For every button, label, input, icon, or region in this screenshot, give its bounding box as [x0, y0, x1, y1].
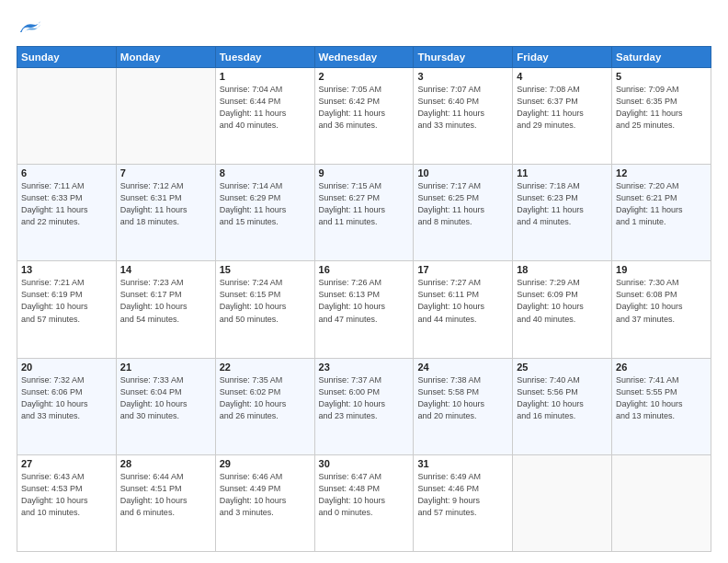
day-number: 19: [616, 264, 707, 275]
weekday-header-cell: Tuesday: [215, 47, 314, 68]
day-info: Sunrise: 7:14 AM Sunset: 6:29 PM Dayligh…: [220, 180, 311, 228]
day-number: 28: [120, 458, 211, 469]
day-number: 18: [517, 264, 608, 275]
day-number: 4: [517, 71, 608, 82]
day-info: Sunrise: 7:20 AM Sunset: 6:21 PM Dayligh…: [616, 180, 707, 228]
day-number: 27: [21, 458, 112, 469]
calendar-day-cell: 21Sunrise: 7:33 AM Sunset: 6:04 PM Dayli…: [116, 358, 215, 454]
day-number: 5: [616, 71, 707, 82]
calendar-day-cell: 4Sunrise: 7:08 AM Sunset: 6:37 PM Daylig…: [513, 68, 612, 165]
day-number: 13: [21, 264, 112, 275]
day-number: 14: [120, 264, 211, 275]
calendar-day-cell: 1Sunrise: 7:04 AM Sunset: 6:44 PM Daylig…: [215, 68, 314, 165]
day-number: 6: [21, 167, 112, 178]
day-number: 24: [417, 362, 508, 373]
page: SundayMondayTuesdayWednesdayThursdayFrid…: [0, 0, 728, 563]
weekday-header-row: SundayMondayTuesdayWednesdayThursdayFrid…: [17, 47, 711, 68]
day-info: Sunrise: 7:24 AM Sunset: 6:15 PM Dayligh…: [220, 277, 311, 325]
calendar-day-cell: 5Sunrise: 7:09 AM Sunset: 6:35 PM Daylig…: [612, 68, 711, 165]
weekday-header-cell: Thursday: [414, 47, 513, 68]
day-info: Sunrise: 7:32 AM Sunset: 6:06 PM Dayligh…: [21, 374, 112, 422]
day-number: 7: [120, 167, 211, 178]
day-number: 30: [319, 458, 410, 469]
calendar-header: SundayMondayTuesdayWednesdayThursdayFrid…: [17, 47, 711, 68]
calendar-day-cell: [17, 68, 117, 165]
day-number: 15: [220, 264, 311, 275]
day-number: 1: [220, 71, 311, 82]
day-number: 12: [616, 167, 707, 178]
weekday-header-cell: Monday: [116, 47, 215, 68]
calendar-week-row: 13Sunrise: 7:21 AM Sunset: 6:19 PM Dayli…: [17, 261, 711, 358]
day-info: Sunrise: 7:30 AM Sunset: 6:08 PM Dayligh…: [616, 277, 707, 325]
day-number: 29: [220, 458, 311, 469]
calendar-day-cell: 29Sunrise: 6:46 AM Sunset: 4:49 PM Dayli…: [215, 454, 314, 551]
day-number: 26: [616, 362, 707, 373]
day-number: 22: [220, 362, 311, 373]
day-info: Sunrise: 7:35 AM Sunset: 6:02 PM Dayligh…: [220, 374, 311, 422]
calendar-day-cell: 18Sunrise: 7:29 AM Sunset: 6:09 PM Dayli…: [513, 261, 612, 358]
calendar-day-cell: 14Sunrise: 7:23 AM Sunset: 6:17 PM Dayli…: [116, 261, 215, 358]
calendar-day-cell: [116, 68, 215, 165]
day-info: Sunrise: 7:33 AM Sunset: 6:04 PM Dayligh…: [120, 374, 211, 422]
day-info: Sunrise: 7:04 AM Sunset: 6:44 PM Dayligh…: [220, 84, 311, 132]
day-number: 17: [417, 264, 508, 275]
day-info: Sunrise: 7:05 AM Sunset: 6:42 PM Dayligh…: [319, 84, 410, 132]
day-info: Sunrise: 7:07 AM Sunset: 6:40 PM Dayligh…: [417, 84, 508, 132]
calendar-day-cell: 8Sunrise: 7:14 AM Sunset: 6:29 PM Daylig…: [215, 165, 314, 261]
day-info: Sunrise: 7:40 AM Sunset: 5:56 PM Dayligh…: [517, 374, 608, 422]
calendar-day-cell: 27Sunrise: 6:43 AM Sunset: 4:53 PM Dayli…: [17, 454, 117, 551]
calendar-week-row: 6Sunrise: 7:11 AM Sunset: 6:33 PM Daylig…: [17, 165, 711, 261]
calendar-day-cell: [612, 454, 711, 551]
calendar-table: SundayMondayTuesdayWednesdayThursdayFrid…: [17, 46, 711, 552]
calendar-day-cell: 25Sunrise: 7:40 AM Sunset: 5:56 PM Dayli…: [513, 358, 612, 454]
calendar-day-cell: 19Sunrise: 7:30 AM Sunset: 6:08 PM Dayli…: [612, 261, 711, 358]
day-info: Sunrise: 6:44 AM Sunset: 4:51 PM Dayligh…: [120, 471, 211, 519]
calendar-body: 1Sunrise: 7:04 AM Sunset: 6:44 PM Daylig…: [17, 68, 711, 552]
day-number: 2: [319, 71, 410, 82]
day-number: 31: [417, 458, 508, 469]
logo-icon: [17, 17, 42, 37]
day-info: Sunrise: 7:29 AM Sunset: 6:09 PM Dayligh…: [517, 277, 608, 325]
day-info: Sunrise: 7:21 AM Sunset: 6:19 PM Dayligh…: [21, 277, 112, 325]
day-info: Sunrise: 7:38 AM Sunset: 5:58 PM Dayligh…: [417, 374, 508, 422]
calendar-day-cell: 23Sunrise: 7:37 AM Sunset: 6:00 PM Dayli…: [314, 358, 414, 454]
weekday-header-cell: Sunday: [17, 47, 117, 68]
weekday-header-cell: Wednesday: [314, 47, 414, 68]
calendar-week-row: 20Sunrise: 7:32 AM Sunset: 6:06 PM Dayli…: [17, 358, 711, 454]
calendar-day-cell: 2Sunrise: 7:05 AM Sunset: 6:42 PM Daylig…: [314, 68, 414, 165]
calendar-day-cell: 15Sunrise: 7:24 AM Sunset: 6:15 PM Dayli…: [215, 261, 314, 358]
calendar-day-cell: 11Sunrise: 7:18 AM Sunset: 6:23 PM Dayli…: [513, 165, 612, 261]
day-info: Sunrise: 7:09 AM Sunset: 6:35 PM Dayligh…: [616, 84, 707, 132]
day-info: Sunrise: 7:26 AM Sunset: 6:13 PM Dayligh…: [319, 277, 410, 325]
calendar-day-cell: 16Sunrise: 7:26 AM Sunset: 6:13 PM Dayli…: [314, 261, 414, 358]
day-info: Sunrise: 7:11 AM Sunset: 6:33 PM Dayligh…: [21, 180, 112, 228]
day-info: Sunrise: 7:15 AM Sunset: 6:27 PM Dayligh…: [319, 180, 410, 228]
day-number: 9: [319, 167, 410, 178]
day-info: Sunrise: 7:12 AM Sunset: 6:31 PM Dayligh…: [120, 180, 211, 228]
calendar-day-cell: 10Sunrise: 7:17 AM Sunset: 6:25 PM Dayli…: [414, 165, 513, 261]
day-number: 8: [220, 167, 311, 178]
calendar-day-cell: 26Sunrise: 7:41 AM Sunset: 5:55 PM Dayli…: [612, 358, 711, 454]
day-number: 16: [319, 264, 410, 275]
calendar-day-cell: 24Sunrise: 7:38 AM Sunset: 5:58 PM Dayli…: [414, 358, 513, 454]
calendar-day-cell: 3Sunrise: 7:07 AM Sunset: 6:40 PM Daylig…: [414, 68, 513, 165]
day-number: 11: [517, 167, 608, 178]
day-info: Sunrise: 7:18 AM Sunset: 6:23 PM Dayligh…: [517, 180, 608, 228]
day-info: Sunrise: 6:49 AM Sunset: 4:46 PM Dayligh…: [417, 471, 508, 519]
day-info: Sunrise: 7:27 AM Sunset: 6:11 PM Dayligh…: [417, 277, 508, 325]
calendar-day-cell: 22Sunrise: 7:35 AM Sunset: 6:02 PM Dayli…: [215, 358, 314, 454]
calendar-day-cell: 12Sunrise: 7:20 AM Sunset: 6:21 PM Dayli…: [612, 165, 711, 261]
day-number: 3: [417, 71, 508, 82]
calendar-day-cell: 17Sunrise: 7:27 AM Sunset: 6:11 PM Dayli…: [414, 261, 513, 358]
header: [17, 17, 711, 37]
day-number: 20: [21, 362, 112, 373]
day-info: Sunrise: 6:47 AM Sunset: 4:48 PM Dayligh…: [319, 471, 410, 519]
day-info: Sunrise: 6:43 AM Sunset: 4:53 PM Dayligh…: [21, 471, 112, 519]
calendar-day-cell: 9Sunrise: 7:15 AM Sunset: 6:27 PM Daylig…: [314, 165, 414, 261]
calendar-day-cell: [513, 454, 612, 551]
calendar-week-row: 1Sunrise: 7:04 AM Sunset: 6:44 PM Daylig…: [17, 68, 711, 165]
calendar-day-cell: 6Sunrise: 7:11 AM Sunset: 6:33 PM Daylig…: [17, 165, 117, 261]
day-info: Sunrise: 6:46 AM Sunset: 4:49 PM Dayligh…: [220, 471, 311, 519]
day-number: 21: [120, 362, 211, 373]
calendar-day-cell: 7Sunrise: 7:12 AM Sunset: 6:31 PM Daylig…: [116, 165, 215, 261]
